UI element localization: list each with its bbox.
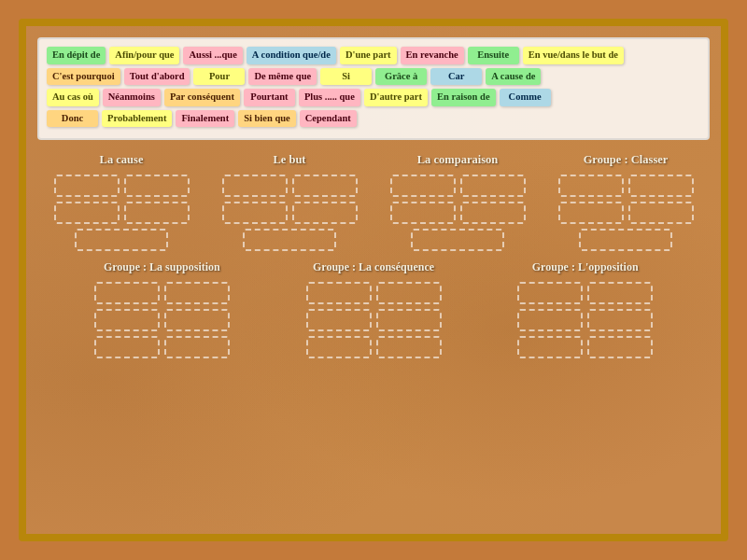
- drop-zone[interactable]: [75, 229, 168, 251]
- drop-zone[interactable]: [628, 175, 694, 197]
- drop-zone[interactable]: [460, 175, 526, 197]
- drop-zone[interactable]: [94, 282, 160, 304]
- sticky-note[interactable]: Aussi ...que: [183, 47, 242, 64]
- sticky-note[interactable]: Car: [430, 68, 482, 86]
- drop-zone[interactable]: [411, 229, 504, 251]
- group-classer-title: Groupe : Classer: [547, 153, 704, 167]
- group-cause-zones: [43, 175, 200, 251]
- sticky-note[interactable]: C'est pourquoi: [47, 68, 120, 86]
- drop-zone[interactable]: [222, 202, 288, 224]
- drop-zone[interactable]: [376, 309, 442, 331]
- drop-zone[interactable]: [306, 336, 372, 358]
- group-but: Le but: [205, 153, 374, 251]
- group-but-zones: [211, 175, 368, 251]
- drop-zone[interactable]: [460, 202, 526, 224]
- notes-row-3: Au cas oùNéanmoinsPar conséquentPourtant…: [47, 89, 700, 106]
- group-but-title: Le but: [211, 153, 368, 167]
- group-comparaison-zones: [379, 175, 536, 251]
- group-consequence: Groupe : La conséquence: [268, 260, 480, 358]
- drop-zone[interactable]: [124, 202, 190, 224]
- drop-zone[interactable]: [164, 282, 230, 304]
- drop-zone[interactable]: [54, 202, 120, 224]
- notes-row-1: En dépit deAfin/pour queAussi ...queA co…: [47, 47, 700, 64]
- notes-row-2: C'est pourquoiTout d'abordPourDe même qu…: [47, 68, 700, 86]
- sticky-note[interactable]: Ensuite: [468, 47, 519, 64]
- sticky-note[interactable]: En revanche: [401, 47, 464, 64]
- bottom-groups: Groupe : La supposition Groupe : La cons…: [37, 260, 710, 358]
- sticky-note[interactable]: Comme: [500, 89, 551, 106]
- sticky-note[interactable]: Cependant: [300, 110, 357, 128]
- group-opposition-zones: [488, 282, 682, 358]
- top-groups: La cause Le but: [37, 153, 710, 251]
- drop-zone[interactable]: [517, 336, 583, 358]
- sticky-note[interactable]: Probablement: [102, 110, 172, 128]
- group-consequence-title: Groupe : La conséquence: [277, 260, 471, 274]
- corkboard: En dépit deAfin/pour queAussi ...queA co…: [19, 19, 728, 541]
- sticky-note[interactable]: Au cas où: [47, 89, 99, 106]
- group-opposition-title: Groupe : L'opposition: [488, 260, 682, 274]
- drop-zone[interactable]: [558, 202, 624, 224]
- group-comparaison-title: La comparaison: [379, 153, 536, 167]
- drop-zone[interactable]: [94, 309, 160, 331]
- drop-zone[interactable]: [558, 175, 624, 197]
- group-comparaison: La comparaison: [374, 153, 542, 251]
- drop-zone[interactable]: [579, 229, 672, 251]
- group-supposition-title: Groupe : La supposition: [65, 260, 259, 274]
- sticky-note[interactable]: Grâce à: [375, 68, 427, 86]
- drop-zone[interactable]: [306, 309, 372, 331]
- drop-zone[interactable]: [292, 202, 358, 224]
- group-opposition: Groupe : L'opposition: [479, 260, 691, 358]
- drop-zone[interactable]: [54, 175, 120, 197]
- sticky-note[interactable]: Finalement: [176, 110, 234, 128]
- drop-zone[interactable]: [292, 175, 358, 197]
- sticky-note[interactable]: En vue/dans le but de: [523, 47, 624, 64]
- notes-area: En dépit deAfin/pour queAussi ...queA co…: [37, 37, 710, 140]
- sticky-note[interactable]: Néanmoins: [103, 89, 161, 106]
- drop-zone[interactable]: [376, 336, 442, 358]
- drop-zone[interactable]: [587, 282, 653, 304]
- sticky-note[interactable]: Pourtant: [244, 89, 295, 106]
- group-classer: Groupe : Classer: [542, 153, 710, 251]
- group-supposition-zones: [65, 282, 259, 358]
- sticky-note[interactable]: D'une part: [340, 47, 397, 64]
- group-classer-zones: [547, 175, 704, 251]
- group-cause: La cause: [37, 153, 205, 251]
- sticky-note[interactable]: Donc: [47, 110, 98, 128]
- drop-zone[interactable]: [390, 175, 456, 197]
- sticky-note[interactable]: Par conséquent: [164, 89, 240, 106]
- drop-zone[interactable]: [628, 202, 694, 224]
- sticky-note[interactable]: Si: [320, 68, 372, 86]
- drop-zone[interactable]: [306, 282, 372, 304]
- sticky-note[interactable]: Tout d'abord: [124, 68, 190, 86]
- drop-zone[interactable]: [164, 336, 230, 358]
- sticky-note[interactable]: De même que: [248, 68, 317, 86]
- drop-zone[interactable]: [243, 229, 336, 251]
- drop-zone[interactable]: [376, 282, 442, 304]
- sticky-note[interactable]: A cause de: [486, 68, 541, 86]
- drop-zone[interactable]: [587, 309, 653, 331]
- sticky-note[interactable]: En raison de: [431, 89, 496, 106]
- drop-zone[interactable]: [587, 336, 653, 358]
- sticky-note[interactable]: D'autre part: [364, 89, 428, 106]
- sticky-note[interactable]: En dépit de: [47, 47, 106, 64]
- sticky-note[interactable]: Afin/pour que: [109, 47, 179, 64]
- drop-zone[interactable]: [124, 175, 190, 197]
- drop-zone[interactable]: [517, 282, 583, 304]
- drop-zone[interactable]: [164, 309, 230, 331]
- group-consequence-zones: [277, 282, 471, 358]
- sticky-note[interactable]: Pour: [193, 68, 245, 86]
- drop-zone[interactable]: [390, 202, 456, 224]
- group-cause-title: La cause: [43, 153, 200, 167]
- group-supposition: Groupe : La supposition: [56, 260, 268, 358]
- sticky-note[interactable]: A condition que/de: [247, 47, 336, 64]
- sticky-note[interactable]: Plus ..... que: [299, 89, 360, 106]
- notes-row-4: DoncProbablementFinalementSi bien queCep…: [47, 110, 700, 128]
- sticky-note[interactable]: Si bien que: [238, 110, 296, 128]
- drop-zone[interactable]: [222, 175, 288, 197]
- drop-zone[interactable]: [517, 309, 583, 331]
- drop-zone[interactable]: [94, 336, 160, 358]
